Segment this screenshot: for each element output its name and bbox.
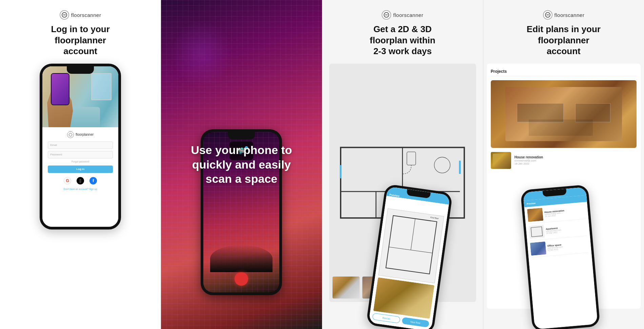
fp-list-info-1: House renovation someemail@.com 18 Jan 2… [515,155,637,165]
fp-3d-thumb-1 [333,277,360,299]
phone-mockup-login: floorplanner Email Password Forgot passw… [40,64,121,229]
project-main-image [491,80,637,148]
brand-name-4: floorscanner [555,12,585,18]
fp-list-sub-1: someemail@.com [515,159,637,162]
no-account-text: Don't have an account? Sign up [64,188,97,190]
phone-screen-login: floorplanner Email Password Forgot passw… [42,66,118,227]
phone-hero-room [42,66,118,127]
fp-brand-row: floorplanner [67,131,94,138]
brand-name-1: floorscanner [71,12,101,18]
phone-4-info-2: Apartment user@email.com 20 Mar 2022 [546,224,587,234]
next-floor-button[interactable]: Next floor [402,317,429,328]
panel4-heading: Edit plans in your floorplanner account [520,24,607,57]
brand-logo-1 [60,10,69,20]
phone-3-floor-label: First floor [430,216,439,219]
fp-list-header: Projects [491,69,637,76]
brand-logo-3 [382,10,391,20]
email-input[interactable]: Email [48,141,113,149]
scan-silhouette [210,245,273,272]
svg-rect-5 [407,152,416,165]
fp-list-thumb-1 [491,152,511,169]
phone-4-content: House renovation someemail@.com 18 Jan 2… [524,202,598,329]
facebook-login-button[interactable]: f [89,177,97,184]
phone-4-item-3: Office space user@email.com 5 Feb 2022 [530,238,589,258]
fp-list-date-1: 18 Jan 2022 [515,162,637,165]
phone-4-preview-text: Preview [526,202,536,205]
phone-area-3: Preview First floor [322,64,483,329]
phone-screen-edit: Preview House renovation someemail@.com … [523,187,598,329]
panel-edit-plans: floorscanner Edit plans in your floorpla… [483,0,644,329]
apple-login-button[interactable]:  [77,177,84,184]
phone-notch-2 [228,132,255,139]
brand-name-3: floorscanner [393,12,423,18]
panel-floorplan: floorscanner Get a 2D & 3D floorplan wit… [322,0,483,329]
phone-login-form: floorplanner Email Password Forgot passw… [42,127,118,227]
phone-4-info-3: Office space user@email.com 5 Feb 2022 [547,241,588,251]
scan-record-button[interactable] [235,272,248,286]
phone-area-4: Projects House renovation [483,64,644,329]
mini-phone-in-hand [51,73,69,105]
login-button[interactable]: Log in [48,166,113,173]
social-login-row: G  f [64,177,97,184]
panel-login: floorscanner Log in to your floorplanner… [0,0,161,329]
phone-4-info-1: House renovation someemail@.com 18 Jan 2… [544,207,585,217]
fp-list-item-1: House renovation someemail@.com 18 Jan 2… [491,152,637,169]
brand-row-4: floorscanner [543,10,585,20]
phone-4-item-1: House renovation someemail@.com 18 Jan 2… [527,204,586,224]
fp-brand-text: floorplanner [76,133,94,136]
phone-3-plan-inner: First floor [385,215,437,274]
phone-4-thumb-1 [527,208,543,222]
brand-row-3: floorscanner [382,10,423,20]
fp-list-title-1: House renovation [515,155,637,159]
brand-row-1: floorscanner [60,10,101,20]
phone-4-thumb-2 [528,225,545,239]
password-input[interactable]: Password [48,151,113,158]
phone-3-3d-thumb [373,277,434,319]
panel3-heading: Get a 2D & 3D floorplan within 2-3 work … [363,24,442,57]
brand-logo-4 [543,10,552,20]
forgot-password-link[interactable]: Forgot password [72,160,89,163]
phone-4-item-2: Apartment user@email.com 20 Mar 2022 [528,221,587,241]
phone-3-plan: First floor [378,208,444,283]
google-login-button[interactable]: G [64,177,71,184]
panel2-overlay-text: Use your phone to quickly and easily sca… [177,143,306,186]
rescan-button[interactable]: Rescan [372,313,401,323]
phone-mockup-edit: Preview House renovation someemail@.com … [520,184,600,329]
panel-scan: Use your phone to quickly and easily sca… [161,0,322,329]
panel1-heading: Log in to your floorplanner account [44,24,116,57]
signup-link[interactable]: Sign up [89,188,97,190]
svg-point-6 [434,157,450,173]
phone-4-thumb-3 [530,242,546,256]
scan-purple-blob [171,20,232,88]
fp-logo [67,131,74,138]
phone-notch-1 [67,66,94,74]
